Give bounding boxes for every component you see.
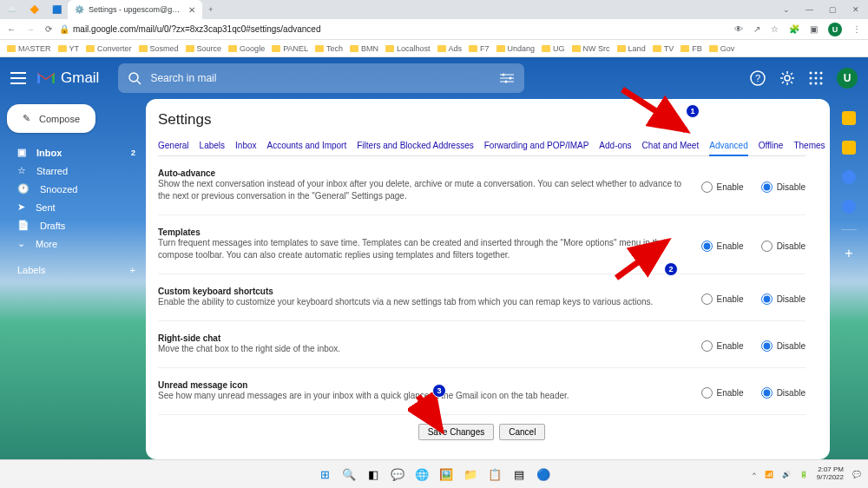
explorer-icon[interactable]: 📁 (461, 465, 480, 484)
close-window-icon[interactable]: ✕ (852, 5, 859, 14)
bookmark-bmn[interactable]: BMN (350, 44, 378, 53)
apps-grid-icon[interactable] (809, 71, 823, 85)
volume-icon[interactable]: 🔊 (782, 471, 791, 478)
keep-icon[interactable] (842, 141, 856, 155)
tab-filters-and-blocked-addresses[interactable]: Filters and Blocked Addresses (357, 141, 474, 150)
clock[interactable]: 2:07 PM 9/7/2022 (817, 466, 844, 482)
extensions-icon[interactable]: 🧩 (789, 24, 799, 34)
sidebar-item-drafts[interactable]: 📄Drafts (0, 216, 146, 234)
new-tab-button[interactable]: + (202, 5, 220, 14)
tab-advanced[interactable]: Advanced (709, 141, 747, 156)
search-box[interactable] (118, 63, 524, 93)
task-view-icon[interactable]: ◧ (364, 465, 383, 484)
help-icon[interactable]: ? (750, 70, 766, 86)
tab-general[interactable]: General (158, 141, 189, 150)
search-input[interactable] (150, 72, 491, 84)
edge-icon[interactable]: 🌐 (412, 465, 431, 484)
enable-radio[interactable]: Enable (701, 340, 744, 352)
bookmark-yt[interactable]: YT (58, 44, 80, 53)
calendar-icon[interactable] (842, 111, 856, 125)
bookmark-f7[interactable]: F7 (469, 44, 490, 53)
tab-chat-and-meet[interactable]: Chat and Meet (642, 141, 700, 150)
bookmark-undang[interactable]: Undang (496, 44, 536, 53)
start-icon[interactable]: ⊞ (315, 465, 334, 484)
tab-forwarding-and-pop/imap[interactable]: Forwarding and POP/IMAP (484, 141, 589, 150)
tray-chevron-icon[interactable]: ^ (753, 471, 756, 478)
disable-radio[interactable]: Disable (761, 181, 806, 193)
close-icon[interactable]: ✕ (188, 5, 195, 15)
search-options-icon[interactable] (500, 73, 514, 83)
sidebar-item-snoozed[interactable]: 🕐Snoozed (0, 180, 146, 198)
disable-radio[interactable]: Disable (761, 293, 806, 305)
tab-add-ons[interactable]: Add-ons (599, 141, 631, 150)
tasks-icon[interactable] (842, 170, 856, 184)
sidebar-item-more[interactable]: ⌄More (0, 234, 146, 253)
bookmark-google[interactable]: Google (228, 44, 265, 53)
sidebar-item-sent[interactable]: ➤Sent (0, 198, 146, 216)
address-bar[interactable]: 🔒 mail.google.com/mail/u/0/?zx=8xz3cap31… (59, 24, 727, 34)
bookmark-panel[interactable]: PANEL (272, 44, 308, 53)
share-icon[interactable]: ↗ (753, 24, 760, 34)
contacts-icon[interactable] (842, 200, 856, 214)
tab-inbox[interactable]: Inbox (235, 141, 256, 150)
notepad-icon[interactable]: 📋 (485, 465, 504, 484)
battery-icon[interactable]: 🔋 (799, 471, 808, 478)
enable-radio[interactable]: Enable (701, 293, 744, 305)
enable-radio[interactable]: Enable (701, 387, 744, 399)
chrome-icon[interactable]: 🔵 (534, 465, 553, 484)
sidebar-item-starred[interactable]: ☆Starred (0, 162, 146, 180)
bookmark-nw src[interactable]: NW Src (572, 44, 610, 53)
tab-labels[interactable]: Labels (200, 141, 225, 150)
bookmark-fb[interactable]: FB (681, 44, 702, 53)
bookmark-ug[interactable]: UG (542, 44, 565, 53)
save-changes-button[interactable]: Save Changes (418, 424, 495, 440)
tab-accounts-and-import[interactable]: Accounts and Import (267, 141, 347, 150)
maximize-icon[interactable]: ▢ (829, 5, 837, 14)
disable-radio[interactable]: Disable (761, 241, 806, 252)
panel-icon[interactable]: ▣ (810, 24, 818, 34)
pinned-tab-2[interactable]: 🔶 (23, 0, 45, 19)
minimize-icon[interactable]: — (806, 5, 813, 14)
search-taskbar-icon[interactable]: 🔍 (339, 465, 358, 484)
gmail-logo[interactable]: Gmail (36, 69, 99, 87)
pinned-tab-3[interactable]: 🟦 (45, 0, 68, 19)
bookmark-tv[interactable]: TV (653, 44, 674, 53)
account-avatar[interactable]: U (837, 68, 858, 89)
bookmark-source[interactable]: Source (186, 44, 222, 53)
add-label-icon[interactable]: + (130, 265, 135, 275)
profile-avatar[interactable]: U (828, 23, 842, 36)
enable-radio[interactable]: Enable (701, 181, 744, 193)
pinned-tab-1[interactable]: ☁️ (0, 0, 23, 19)
bookmark-sosmed[interactable]: Sosmed (139, 44, 179, 53)
cancel-button[interactable]: Cancel (499, 424, 545, 440)
settings-gear-icon[interactable] (779, 70, 795, 86)
back-icon[interactable]: ← (7, 24, 16, 34)
bookmark-land[interactable]: Land (617, 44, 646, 53)
active-tab[interactable]: ⚙️ Settings - upgescom@gmail.com ✕ (68, 0, 202, 19)
bookmark-gov[interactable]: Gov (709, 44, 735, 53)
notifications-icon[interactable]: 💬 (852, 471, 861, 478)
gallery-icon[interactable]: 🖼️ (437, 465, 456, 484)
chevron-down-icon[interactable]: ⌄ (783, 5, 790, 14)
disable-radio[interactable]: Disable (761, 340, 806, 352)
bookmark-localhost[interactable]: Localhost (385, 44, 431, 53)
hamburger-icon[interactable] (10, 72, 26, 84)
star-icon[interactable]: ☆ (771, 24, 779, 34)
sidebar-item-inbox[interactable]: ▣Inbox2 (0, 143, 146, 162)
bookmark-ads[interactable]: Ads (437, 44, 463, 53)
add-addon-icon[interactable]: + (845, 246, 852, 261)
compose-button[interactable]: ✎ Compose (7, 104, 95, 133)
bookmark-tech[interactable]: Tech (315, 44, 343, 53)
reload-icon[interactable]: ⟳ (45, 24, 52, 34)
app-icon[interactable]: ▤ (510, 465, 529, 484)
wifi-icon[interactable]: 📶 (765, 471, 773, 478)
chat-icon[interactable]: 💬 (388, 465, 407, 484)
bookmark-master[interactable]: MASTER (7, 44, 51, 53)
tab-offline[interactable]: Offline (759, 141, 784, 150)
eye-icon[interactable]: 👁 (734, 24, 743, 34)
disable-radio[interactable]: Disable (761, 387, 806, 399)
enable-radio[interactable]: Enable (701, 241, 744, 252)
tab-themes[interactable]: Themes (793, 141, 825, 150)
lock-icon[interactable]: 🔒 (59, 24, 69, 34)
bookmark-converter[interactable]: Converter (86, 44, 132, 53)
